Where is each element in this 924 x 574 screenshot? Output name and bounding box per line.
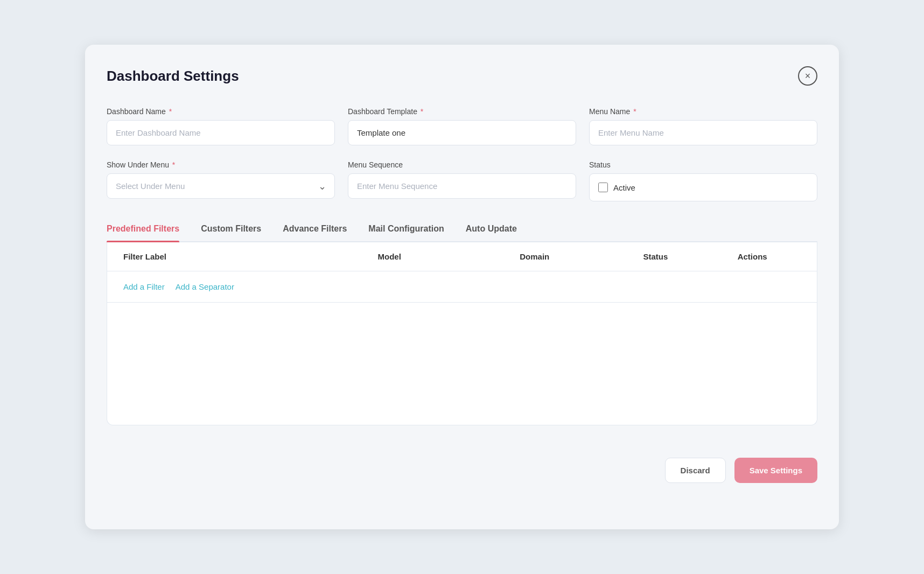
active-checkbox[interactable] [598, 183, 608, 192]
column-model: Model [317, 252, 462, 261]
add-links-container: Add a Filter Add a Separator [123, 282, 801, 291]
save-settings-button[interactable]: Save Settings [734, 458, 817, 483]
tab-auto-update[interactable]: Auto Update [466, 216, 517, 241]
show-under-menu-input[interactable] [107, 173, 335, 199]
menu-sequence-group: Menu Sequence [348, 160, 576, 201]
show-under-menu-label: Show Under Menu * [107, 160, 335, 169]
menu-name-input[interactable] [589, 120, 817, 145]
add-filter-link[interactable]: Add a Filter [123, 282, 165, 291]
menu-name-group: Menu Name * [589, 107, 817, 145]
required-asterisk: * [421, 107, 423, 116]
modal-title: Dashboard Settings [107, 68, 239, 85]
dashboard-name-input[interactable] [107, 120, 335, 145]
dashboard-template-label: Dashboard Template * [348, 107, 576, 116]
dashboard-template-input[interactable] [348, 120, 576, 145]
discard-button[interactable]: Discard [665, 458, 726, 483]
tab-content-predefined: Filter Label Model Domain Status Actions… [107, 242, 817, 425]
status-group: Status Active [589, 160, 817, 201]
dashboard-settings-modal: Dashboard Settings × Dashboard Name * Da… [85, 45, 839, 529]
column-actions: Actions [704, 252, 801, 261]
menu-sequence-input[interactable] [348, 173, 576, 199]
column-filter-label: Filter Label [123, 252, 317, 261]
tab-predefined-filters[interactable]: Predefined Filters [107, 216, 179, 241]
show-under-menu-wrapper: ⌄ [107, 173, 335, 199]
modal-header: Dashboard Settings × [107, 66, 817, 86]
tab-custom-filters[interactable]: Custom Filters [201, 216, 261, 241]
show-under-menu-group: Show Under Menu * ⌄ [107, 160, 335, 201]
table-header: Filter Label Model Domain Status Actions [107, 242, 817, 271]
form-row-2: Show Under Menu * ⌄ Menu Sequence Status… [107, 160, 817, 201]
tabs-nav: Predefined Filters Custom Filters Advanc… [107, 216, 817, 242]
tab-advance-filters[interactable]: Advance Filters [283, 216, 347, 241]
tab-mail-configuration[interactable]: Mail Configuration [368, 216, 444, 241]
form-row-1: Dashboard Name * Dashboard Template * Me… [107, 107, 817, 145]
active-label[interactable]: Active [613, 183, 635, 192]
close-button[interactable]: × [798, 66, 817, 86]
status-label: Status [589, 160, 817, 169]
tabs-container: Predefined Filters Custom Filters Advanc… [107, 216, 817, 425]
dashboard-name-group: Dashboard Name * [107, 107, 335, 145]
required-asterisk: * [633, 107, 636, 116]
column-domain: Domain [462, 252, 607, 261]
status-checkbox-wrapper: Active [589, 173, 817, 201]
required-asterisk: * [169, 107, 172, 116]
menu-name-label: Menu Name * [589, 107, 817, 116]
table-body: Add a Filter Add a Separator [107, 271, 817, 303]
modal-footer: Discard Save Settings [107, 447, 817, 483]
dashboard-template-group: Dashboard Template * [348, 107, 576, 145]
column-status: Status [607, 252, 704, 261]
required-asterisk: * [172, 160, 175, 169]
dashboard-name-label: Dashboard Name * [107, 107, 335, 116]
add-separator-link[interactable]: Add a Separator [176, 282, 234, 291]
menu-sequence-label: Menu Sequence [348, 160, 576, 169]
